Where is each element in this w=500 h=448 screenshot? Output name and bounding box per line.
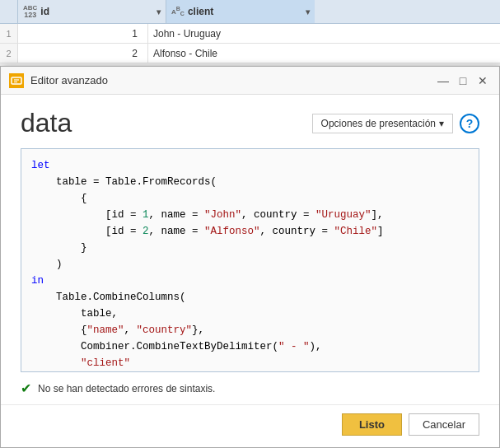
- code-line-12: Combiner.CombineTextByDelimiter(" - "),: [31, 338, 469, 355]
- status-text: No se han detectado errores de sintaxis.: [38, 383, 215, 394]
- client-col-label: client: [188, 6, 213, 17]
- table-row: 1 1 John - Uruguay: [0, 24, 500, 44]
- minimize-button[interactable]: —: [435, 72, 451, 89]
- svg-rect-0: [12, 77, 21, 84]
- dialog-title: Editor avanzado: [30, 74, 435, 86]
- column-header-client[interactable]: ABC client ▾: [166, 0, 315, 23]
- code-line-7: ): [31, 256, 469, 273]
- cancel-button[interactable]: Cancelar: [409, 413, 479, 436]
- code-line-3: {: [31, 190, 469, 207]
- presentation-dropdown-icon: ▾: [439, 118, 444, 129]
- cell-id-1: 1: [18, 24, 148, 43]
- data-table: ABC 123 id ▾ ABC client ▾ 1 1 John - Uru…: [0, 0, 500, 63]
- code-line-13: "client": [31, 355, 469, 371]
- cell-client-1: John - Uruguay: [148, 24, 297, 43]
- dialog-titlebar: Editor avanzado — □ ✕: [1, 67, 499, 95]
- dialog-footer: Listo Cancelar: [1, 404, 499, 447]
- dialog-header-row: data Opciones de presentación ▾ ?: [21, 108, 479, 138]
- dialog-app-icon: [9, 73, 24, 88]
- cell-client-2: Alfonso - Chile: [148, 44, 297, 63]
- code-line-5: [id = 2, name = "Alfonso", country = "Ch…: [31, 223, 469, 240]
- done-button[interactable]: Listo: [342, 413, 402, 436]
- code-line-8: in: [31, 273, 469, 289]
- row-number-2: 2: [0, 44, 18, 63]
- advanced-editor-dialog: Editor avanzado — □ ✕ data Opciones de p…: [0, 66, 500, 448]
- column-header-id[interactable]: ABC 123 id ▾: [18, 0, 166, 23]
- dialog-body: data Opciones de presentación ▾ ? let ta…: [1, 95, 499, 372]
- presentation-options-button[interactable]: Opciones de presentación ▾: [312, 114, 453, 133]
- close-button[interactable]: ✕: [474, 72, 491, 89]
- help-button[interactable]: ?: [460, 114, 479, 133]
- code-line-1: let: [31, 157, 469, 174]
- table-header: ABC 123 id ▾ ABC client ▾: [0, 0, 500, 24]
- dialog-window-controls: — □ ✕: [435, 72, 491, 89]
- id-type-icon: ABC 123: [23, 5, 37, 19]
- code-line-11: {"name", "country"},: [31, 322, 469, 338]
- cell-id-2: 2: [18, 44, 148, 63]
- code-line-4: [id = 1, name = "John", country = "Urugu…: [31, 207, 469, 223]
- table-row: 2 2 Alfonso - Chile: [0, 44, 500, 63]
- presentation-options-label: Opciones de presentación: [321, 118, 436, 129]
- id-col-label: id: [40, 6, 49, 17]
- maximize-button[interactable]: □: [455, 72, 471, 89]
- status-bar: ✔ No se han detectado errores de sintaxi…: [1, 372, 499, 404]
- code-editor[interactable]: let table = Table.FromRecords( { [id = 1…: [21, 148, 479, 372]
- id-col-dropdown-icon[interactable]: ▾: [157, 7, 161, 16]
- query-name-label: data: [21, 108, 312, 138]
- client-type-icon: ABC: [171, 6, 185, 16]
- code-line-9: Table.CombineColumns(: [31, 289, 469, 306]
- check-icon: ✔: [21, 380, 31, 396]
- code-line-10: table,: [31, 306, 469, 322]
- code-line-2: table = Table.FromRecords(: [31, 174, 469, 190]
- row-number-1: 1: [0, 24, 18, 43]
- client-col-dropdown-icon[interactable]: ▾: [306, 7, 310, 16]
- code-line-6: }: [31, 240, 469, 256]
